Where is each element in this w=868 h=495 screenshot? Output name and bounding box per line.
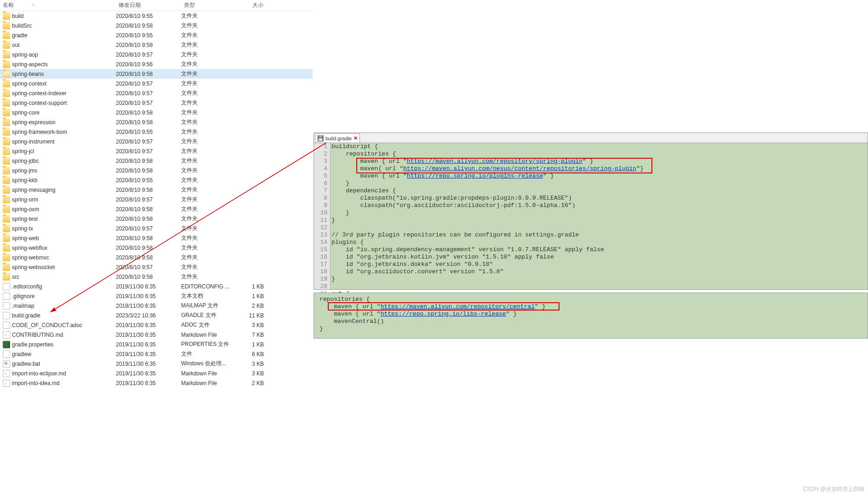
- file-name: build.gradle: [12, 312, 116, 319]
- file-row[interactable]: gradlew.bat2019/11/30 6:35Windows 批处理...…: [0, 359, 313, 368]
- tab-build-gradle[interactable]: build.gradle ✕: [315, 133, 360, 143]
- file-row[interactable]: spring-web2020/8/10 9:58文件夹: [0, 233, 313, 243]
- file-date: 2019/11/30 6:35: [116, 293, 181, 299]
- file-name: spring-websocket: [12, 264, 116, 271]
- code-line: id "org.asciidoctor.convert" version "1.…: [331, 268, 868, 276]
- code-line: id "io.spring.dependency-management" ver…: [331, 246, 868, 253]
- file-name: spring-instrument: [12, 138, 116, 145]
- file-date: 2020/8/10 9:58: [116, 235, 181, 242]
- file-name: spring-context-support: [12, 100, 116, 106]
- folder-icon: [3, 215, 10, 223]
- code-line: repositories {: [320, 296, 862, 303]
- file-row[interactable]: import-into-eclipse.md2019/11/30 6:35Mar…: [0, 368, 313, 378]
- file-row[interactable]: spring-webmvc2020/8/10 9:58文件夹: [0, 253, 313, 262]
- file-type: Markdown File: [181, 332, 234, 338]
- file-type: 文件夹: [181, 109, 234, 116]
- file-row[interactable]: src2020/8/10 9:58文件夹: [0, 272, 313, 282]
- file-type: 文件夹: [181, 60, 234, 68]
- file-type: 文件夹: [181, 41, 234, 49]
- file-row[interactable]: spring-beans2020/8/10 9:58文件夹: [0, 69, 313, 79]
- code-line: buildscript {: [331, 143, 868, 150]
- file-row[interactable]: spring-core2020/8/10 9:58文件夹: [0, 108, 313, 117]
- file-row[interactable]: spring-jms2020/8/10 9:58文件夹: [0, 166, 313, 175]
- file-row[interactable]: gradle2020/8/10 9:55文件夹: [0, 30, 313, 40]
- header-type[interactable]: 类型: [181, 0, 234, 10]
- header-name[interactable]: 名称^: [0, 0, 116, 10]
- file-row[interactable]: build2020/8/10 9:55文件夹: [0, 11, 313, 21]
- code-line: }: [320, 325, 862, 333]
- file-date: 2020/8/10 9:57: [116, 148, 181, 155]
- gradle-icon: [3, 341, 10, 348]
- header-date[interactable]: 修改日期: [116, 0, 181, 10]
- file-name: spring-beans: [12, 71, 116, 77]
- file-date: 2019/11/30 6:35: [116, 370, 181, 377]
- folder-icon: [3, 128, 10, 136]
- file-row[interactable]: spring-aspects2020/8/10 9:56文件夹: [0, 59, 313, 69]
- file-row[interactable]: spring-jcl2020/8/10 9:57文件夹: [0, 146, 313, 156]
- folder-icon: [3, 206, 10, 213]
- file-row[interactable]: spring-context2020/8/10 9:57文件夹: [0, 79, 313, 88]
- file-type: 文件夹: [181, 31, 234, 39]
- folder-icon: [3, 177, 10, 184]
- file-size: 7 KB: [234, 332, 267, 338]
- file-date: 2020/8/10 9:58: [116, 254, 181, 261]
- file-row[interactable]: spring-context-support2020/8/10 9:57文件夹: [0, 98, 313, 108]
- close-icon[interactable]: ✕: [354, 135, 358, 141]
- file-name: spring-oxm: [12, 206, 116, 213]
- file-row[interactable]: spring-instrument2020/8/10 9:57文件夹: [0, 137, 313, 146]
- file-row[interactable]: spring-jdbc2020/8/10 9:58文件夹: [0, 156, 313, 166]
- file-name: .editorconfig: [12, 283, 116, 290]
- file-row[interactable]: import-into-idea.md2019/11/30 6:35Markdo…: [0, 378, 313, 388]
- file-row[interactable]: buildSrc2020/8/10 9:58文件夹: [0, 21, 313, 30]
- file-date: 2020/8/10 9:57: [116, 138, 181, 145]
- file-name: import-into-idea.md: [12, 380, 116, 386]
- file-row[interactable]: gradlew2019/11/30 6:35文件6 KB: [0, 349, 313, 359]
- file-row[interactable]: spring-kkb2020/8/10 9:55文件夹: [0, 175, 313, 185]
- code-lines[interactable]: buildscript { repositories { maven { url…: [331, 143, 868, 289]
- md-icon: [3, 331, 10, 339]
- code-line: plugins {: [331, 239, 868, 246]
- header-size[interactable]: 大小: [234, 0, 267, 10]
- file-type: 文件夹: [181, 186, 234, 194]
- file-row[interactable]: spring-tx2020/8/10 9:57文件夹: [0, 224, 313, 233]
- file-row[interactable]: spring-expression2020/8/10 9:58文件夹: [0, 117, 313, 127]
- file-type: EDITORCONFIG ...: [181, 283, 234, 290]
- file-name: spring-jms: [12, 167, 116, 174]
- file-name: spring-webmvc: [12, 254, 116, 261]
- md-icon: [3, 380, 10, 387]
- folder-icon: [3, 41, 10, 49]
- file-row[interactable]: spring-oxm2020/8/10 9:58文件夹: [0, 204, 313, 214]
- file-date: 2020/8/10 9:58: [116, 245, 181, 251]
- file-icon: [3, 283, 10, 290]
- file-row[interactable]: spring-webflux2020/8/10 9:58文件夹: [0, 243, 313, 253]
- file-type: 文件夹: [181, 176, 234, 184]
- file-size: 3 KB: [234, 370, 267, 377]
- file-row[interactable]: spring-test2020/8/10 9:58文件夹: [0, 214, 313, 224]
- folder-icon: [3, 80, 10, 87]
- file-row[interactable]: CODE_OF_CONDUCT.adoc2019/11/30 6:35ADOC …: [0, 320, 313, 330]
- file-row[interactable]: spring-messaging2020/8/10 9:58文件夹: [0, 185, 313, 195]
- file-row[interactable]: spring-orm2020/8/10 9:57文件夹: [0, 195, 313, 204]
- file-row[interactable]: spring-framework-bom2020/8/10 9:55文件夹: [0, 127, 313, 137]
- file-row[interactable]: build.gradle2023/3/22 10:36GRADLE 文件11 K…: [0, 311, 313, 320]
- folder-open-icon: [3, 70, 10, 78]
- file-explorer: 名称^ 修改日期 类型 大小 build2020/8/10 9:55文件夹bui…: [0, 0, 313, 495]
- file-row[interactable]: gradle.properties2019/11/30 6:35PROPERTI…: [0, 340, 313, 349]
- file-row[interactable]: spring-websocket2020/8/10 9:57文件夹: [0, 262, 313, 272]
- column-headers[interactable]: 名称^ 修改日期 类型 大小: [0, 0, 313, 11]
- file-row[interactable]: .mailmap2019/11/30 6:35MAILMAP 文件2 KB: [0, 301, 313, 311]
- file-row[interactable]: .editorconfig2019/11/30 6:35EDITORCONFIG…: [0, 282, 313, 291]
- file-type: PROPERTIES 文件: [181, 340, 234, 348]
- file-row[interactable]: .gitignore2019/11/30 6:35文本文档1 KB: [0, 291, 313, 301]
- file-date: 2020/8/10 9:55: [116, 32, 181, 39]
- file-row[interactable]: out2020/8/10 9:58文件夹: [0, 40, 313, 50]
- code-snippet-lower[interactable]: repositories { maven { url "https://mave…: [314, 293, 868, 339]
- code-body: 123456789101112131415161718192021 builds…: [314, 143, 868, 289]
- file-row[interactable]: spring-aop2020/8/10 9:57文件夹: [0, 50, 313, 59]
- file-name: spring-context-indexer: [12, 90, 116, 97]
- file-row[interactable]: spring-context-indexer2020/8/10 9:57文件夹: [0, 88, 313, 98]
- file-row[interactable]: CONTRIBUTING.md2019/11/30 6:35Markdown F…: [0, 330, 313, 340]
- file-type: 文件夹: [181, 224, 234, 232]
- file-name: spring-orm: [12, 196, 116, 203]
- file-type: GRADLE 文件: [181, 311, 234, 319]
